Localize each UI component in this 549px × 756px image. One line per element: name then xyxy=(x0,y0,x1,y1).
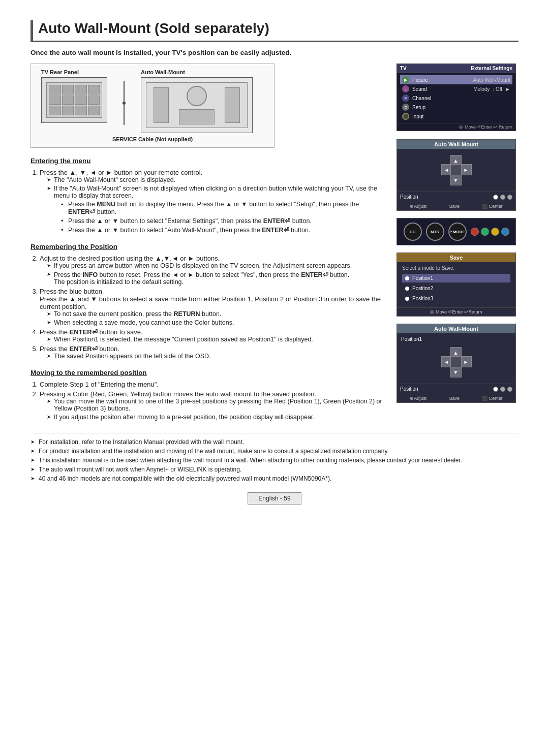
section1-bullet3: Press the ▲ or ▼ button to select "Auto … xyxy=(61,226,386,234)
save-dot-3 xyxy=(405,297,409,301)
section1-heading: Entering the menu xyxy=(30,157,386,165)
screen1-row4: Setup xyxy=(412,105,510,110)
screen1-row3: Channel xyxy=(412,96,510,101)
pos-dot-3 xyxy=(507,195,512,200)
page-footer: English - 59 xyxy=(30,492,518,505)
dpad2: ▲ ▼ ◄ ► xyxy=(441,347,472,377)
dpad2-center xyxy=(450,356,462,367)
intro-text: Once the auto wall mount is installed, y… xyxy=(30,49,518,56)
section3-step1: Complete Step 1 of "Entering the menu". xyxy=(40,381,386,388)
screen2-position-label: Position xyxy=(400,194,418,200)
section2-step4: Press the ENTER⏎ button to save. When Po… xyxy=(40,328,386,343)
screen4-dot-3 xyxy=(507,387,512,392)
screen3-option1: Position1 xyxy=(402,274,510,282)
screen4-footer1: ⊕Adjust xyxy=(410,396,426,401)
section3-note2: If you adjust the positon after moving t… xyxy=(47,414,386,421)
screen1-melody-val: : Off xyxy=(493,86,502,92)
screen2-footer3: ⬛ Center xyxy=(482,204,503,209)
pos-dot-1 xyxy=(493,195,498,200)
section2-note1: If you press an arrow button when no OSD… xyxy=(47,262,386,269)
screen3-option2: Position2 xyxy=(402,284,510,293)
section2-note5: When Position1 is selected, the message … xyxy=(47,336,386,343)
bottom-note-3: This installation manual is to be used w… xyxy=(30,457,518,464)
screen1-snd-icon: ♪ xyxy=(402,85,409,92)
screen3-subtitle: Select a mode to Save. xyxy=(402,265,510,271)
screen1-row1: Picture xyxy=(412,77,470,83)
screen1-pic-icon: ▶ xyxy=(402,76,409,83)
dpad: ▲ ▼ ◄ ► xyxy=(441,155,472,185)
dpad-right: ► xyxy=(461,164,472,175)
screen1-title-left: TV xyxy=(400,66,407,71)
section2-note6: The saved Position appears on the left s… xyxy=(47,353,386,360)
color-btn-yellow xyxy=(491,228,499,236)
tv-panel-drawing xyxy=(41,77,107,123)
screen1-row2: Sound xyxy=(412,86,470,92)
screen4-position-label: Position1 xyxy=(401,336,422,342)
screen4-footer2: Save xyxy=(449,396,460,401)
screen4-dot-2 xyxy=(500,387,505,392)
remote-cc-btn: CC xyxy=(404,223,422,241)
section1-bullet2: Press the ▲ or ▼ button to select "Exter… xyxy=(61,217,386,225)
section1-bullet1: Press the MENU butt on to display the me… xyxy=(61,201,386,215)
dpad-down: ▼ xyxy=(450,174,462,185)
dpad2-down: ▼ xyxy=(450,366,462,377)
section1-note1: The "Auto Wall-Mount" screen is displaye… xyxy=(47,176,386,183)
screen2-footer1: ⊕Adjust xyxy=(410,204,426,209)
screen1-melody-label: Melody xyxy=(473,86,490,92)
screen3-mockup: Save Select a mode to Save. Position1 Po… xyxy=(396,253,516,317)
wall-mount-drawing xyxy=(141,77,253,133)
pos-dot-2 xyxy=(500,195,505,200)
screen1-inp-icon: ⬛ xyxy=(402,113,409,120)
dpad2-right: ► xyxy=(461,356,472,367)
remote-button-strip: CC MTS P.MODE xyxy=(396,218,516,245)
screen2-mockup: Auto Wall-Mount ▲ ▼ ◄ ► Position xyxy=(396,139,516,211)
section2-heading: Remembering the Position xyxy=(30,243,386,250)
screen4-dot-1 xyxy=(493,387,498,392)
section2-note4: When selecting a save mode, you cannot u… xyxy=(47,319,386,326)
section3-step2: Pressing a Color (Red, Green, Yellow) bu… xyxy=(40,390,386,421)
screen1-ch-icon: ≡ xyxy=(402,94,409,102)
bottom-note-1: For installation, refer to the Installat… xyxy=(30,438,518,446)
screen1-mockup: TV External Settings ▶ Picture Auto Wall… xyxy=(396,64,516,131)
color-btn-green xyxy=(481,228,489,236)
bottom-note-2: For product installation and the install… xyxy=(30,448,518,455)
section2-note2: Press the INFO button to reset. Press th… xyxy=(47,271,386,286)
screen4-pos-dots xyxy=(493,387,512,392)
service-cable-label: SERVICE Cable (Not supplied) xyxy=(112,136,193,142)
screen4-pos-text: Position xyxy=(400,386,418,392)
bottom-notes: For installation, refer to the Installat… xyxy=(30,433,518,482)
screen4-header: Auto Wall-Mount xyxy=(397,324,515,333)
save-dot-2 xyxy=(405,287,409,291)
position-dots xyxy=(493,195,512,200)
color-btn-blue xyxy=(501,228,509,236)
tv-panel-label: TV Rear Panel xyxy=(41,69,107,75)
screen2-footer2: Save xyxy=(449,204,460,209)
section3-note1: You can move the wall mount to one of th… xyxy=(47,398,386,412)
section1-note2: If the "Auto Wall-Mount" screen is not d… xyxy=(47,185,386,234)
color-btn-red xyxy=(471,228,479,236)
screen4-mockup: Auto Wall-Mount Position1 ▲ ▼ ◄ ► Positi… xyxy=(396,324,516,403)
screen3-opt1-label: Position1 xyxy=(412,275,433,281)
screen1-title-right: External Settings xyxy=(471,66,512,71)
section2-step3: Press the blue button. Press the ▲ and ▼… xyxy=(40,288,386,326)
page-footer-label: English - 59 xyxy=(258,495,290,502)
screen2-header: Auto Wall-Mount xyxy=(397,140,515,149)
bottom-note-4: The auto wall mount will not work when A… xyxy=(30,466,518,473)
page-title: Auto Wall-Mount (Sold separately) xyxy=(30,20,518,42)
screen1-row5: Input xyxy=(412,114,510,119)
section2-step5: Press the ENTER⏎ button. The saved Posit… xyxy=(40,345,386,360)
save-dot-1 xyxy=(405,276,409,280)
dpad-center xyxy=(450,164,462,175)
section1-step1: Press the ▲, ▼, ◄ or ► button on your re… xyxy=(40,169,386,234)
screen1-setup-icon: ⚙ xyxy=(402,104,409,111)
screen3-header: Save xyxy=(397,253,515,262)
bottom-note-5: 40 and 46 inch models are not compatible… xyxy=(30,475,518,482)
remote-mts-btn: MTS xyxy=(426,223,444,241)
screen3-option3: Position3 xyxy=(402,294,510,303)
section2-note3: To not save the current position, press … xyxy=(47,310,386,318)
wall-mount-label: Auto Wall-Mount xyxy=(141,69,253,75)
screen1-row1-highlight: Auto Wall-Mount xyxy=(473,77,510,83)
screen3-opt2-label: Position2 xyxy=(412,286,433,291)
screen4-footer3: ⬛ Center xyxy=(482,396,503,401)
section2-step2: Adjust to the desired position using the… xyxy=(40,255,386,286)
